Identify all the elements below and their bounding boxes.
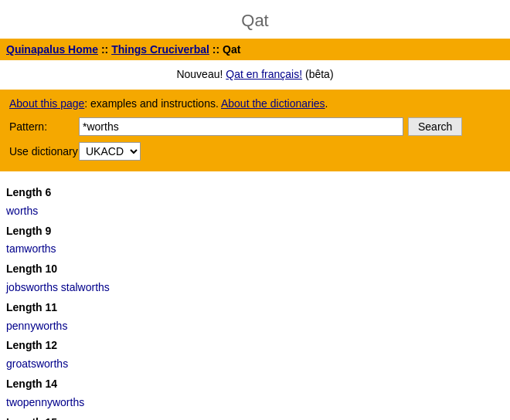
dict-select[interactable]: UKACD: [79, 142, 141, 161]
word-link[interactable]: tamworths: [6, 242, 56, 255]
word-list: worths: [6, 202, 504, 221]
length-heading: Length 15: [6, 414, 504, 420]
nouveau-suffix: (bêta): [302, 68, 333, 80]
word-link[interactable]: worths: [6, 205, 38, 217]
length-heading: Length 11: [6, 299, 504, 317]
about-line: About this page: examples and instructio…: [9, 97, 501, 110]
length-heading: Length 10: [6, 260, 504, 279]
things-link[interactable]: Things Cruciverbal: [111, 43, 209, 56]
breadcrumb-current: Qat: [223, 43, 240, 56]
nouveau-prefix: Nouveau!: [176, 68, 226, 80]
home-link[interactable]: Quinapalus Home: [6, 43, 98, 56]
word-link[interactable]: jobsworths: [6, 281, 58, 293]
word-link[interactable]: groatsworths: [6, 357, 68, 370]
word-list: groatsworths: [6, 355, 504, 374]
dict-label: Use dictionary: [9, 145, 79, 158]
about-page-link[interactable]: About this page: [9, 97, 84, 110]
word-link[interactable]: pennyworths: [6, 320, 67, 332]
length-heading: Length 14: [6, 375, 504, 394]
about-text1: : examples and instructions.: [84, 97, 221, 110]
length-heading: Length 12: [6, 337, 504, 355]
length-heading: Length 6: [6, 184, 504, 202]
dict-row: Use dictionary UKACD: [9, 142, 501, 161]
word-list: twopennyworths: [6, 394, 504, 412]
breadcrumb-sep1: ::: [101, 43, 111, 56]
nouveau-bar: Nouveau! Qat en français! (bêta): [0, 60, 510, 90]
page-title: Qat: [0, 0, 510, 39]
word-link[interactable]: twopennyworths: [6, 396, 84, 408]
breadcrumb: Quinapalus Home :: Things Cruciverbal ::…: [0, 39, 510, 60]
pattern-label: Pattern:: [9, 120, 79, 133]
pattern-input[interactable]: [79, 117, 403, 136]
results-container: Length 6worthsLength 9tamworthsLength 10…: [0, 179, 510, 420]
word-list: jobsworths stalworths: [6, 279, 504, 297]
nouveau-link[interactable]: Qat en français!: [226, 68, 302, 80]
yellow-box: About this page: examples and instructio…: [0, 90, 510, 171]
search-button[interactable]: Search: [408, 117, 462, 136]
about-dicts-link[interactable]: About the dictionaries: [221, 97, 325, 110]
length-heading: Length 9: [6, 222, 504, 241]
word-list: tamworths: [6, 240, 504, 259]
breadcrumb-sep2: ::: [212, 43, 223, 56]
pattern-row: Pattern: Search: [9, 117, 501, 136]
about-text2: .: [325, 97, 328, 110]
word-list: pennyworths: [6, 317, 504, 336]
word-link[interactable]: stalworths: [61, 281, 110, 293]
